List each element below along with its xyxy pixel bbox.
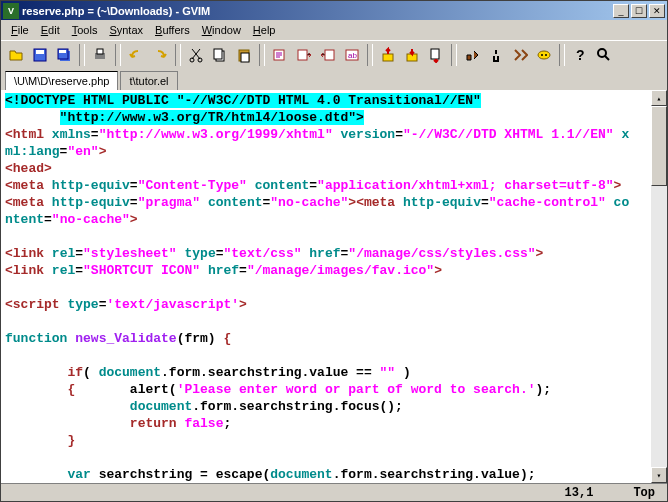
window-title: reserve.php = (~\Downloads) - GVIM — [22, 5, 611, 17]
scroll-track[interactable] — [651, 186, 667, 467]
toolbar-separator — [175, 44, 181, 66]
svg-point-21 — [538, 51, 550, 59]
svg-rect-1 — [36, 50, 44, 54]
svg-rect-20 — [431, 49, 439, 59]
svg-rect-10 — [214, 49, 222, 59]
svg-rect-4 — [59, 50, 66, 53]
saveall-icon[interactable] — [53, 44, 75, 66]
undo-icon[interactable] — [125, 44, 147, 66]
ctags-icon[interactable] — [509, 44, 531, 66]
svg-rect-14 — [298, 50, 307, 60]
titlebar[interactable]: V reserve.php = (~\Downloads) - GVIM _ ☐… — [1, 1, 667, 20]
save-icon[interactable] — [29, 44, 51, 66]
gvim-window: V reserve.php = (~\Downloads) - GVIM _ ☐… — [0, 0, 668, 502]
svg-text:?: ? — [576, 47, 585, 63]
toolbar-separator — [367, 44, 373, 66]
copy-icon[interactable] — [209, 44, 231, 66]
menu-buffers[interactable]: Buffers — [149, 22, 196, 38]
menu-syntax[interactable]: Syntax — [103, 22, 149, 38]
svg-rect-12 — [241, 53, 249, 62]
doctype: <!DOCTYPE HTML PUBLIC — [5, 93, 177, 108]
find-icon[interactable] — [269, 44, 291, 66]
menu-file[interactable]: File — [5, 22, 35, 38]
toolbar-separator — [259, 44, 265, 66]
app-icon: V — [3, 3, 19, 19]
help-icon[interactable]: ? — [569, 44, 591, 66]
tab-active[interactable]: \U\M\D\reserve.php — [5, 71, 118, 90]
menubar: File Edit Tools Syntax Buffers Window He… — [1, 20, 667, 40]
svg-rect-15 — [325, 50, 334, 60]
cursor-position: 13,1 — [565, 486, 594, 500]
menu-window[interactable]: Window — [196, 22, 247, 38]
maximize-button[interactable]: ☐ — [631, 4, 647, 18]
taglist-icon[interactable] — [533, 44, 555, 66]
make-icon[interactable] — [461, 44, 483, 66]
tab-inactive[interactable]: t\tutor.el — [120, 71, 177, 90]
menu-tools[interactable]: Tools — [66, 22, 104, 38]
scroll-down-icon[interactable]: ▾ — [651, 467, 667, 483]
replace-icon[interactable]: ab — [341, 44, 363, 66]
paste-icon[interactable] — [233, 44, 255, 66]
toolbar-separator — [79, 44, 85, 66]
svg-rect-18 — [383, 54, 393, 61]
loadsess-icon[interactable] — [377, 44, 399, 66]
toolbar: ab ? — [1, 40, 667, 68]
print-icon[interactable] — [89, 44, 111, 66]
scroll-thumb[interactable] — [651, 106, 667, 186]
runscript-icon[interactable] — [425, 44, 447, 66]
minimize-button[interactable]: _ — [613, 4, 629, 18]
toolbar-separator — [451, 44, 457, 66]
findhelp-icon[interactable] — [593, 44, 615, 66]
findprev-icon[interactable] — [317, 44, 339, 66]
svg-rect-6 — [97, 49, 103, 54]
vertical-scrollbar[interactable]: ▴ ▾ — [651, 90, 667, 483]
open-icon[interactable] — [5, 44, 27, 66]
toolbar-separator — [559, 44, 565, 66]
toolbar-separator — [115, 44, 121, 66]
menu-help[interactable]: Help — [247, 22, 282, 38]
close-button[interactable]: ✕ — [649, 4, 665, 18]
svg-text:ab: ab — [348, 51, 357, 60]
statusbar: 13,1 Top — [1, 483, 667, 501]
menu-edit[interactable]: Edit — [35, 22, 66, 38]
editor[interactable]: <!DOCTYPE HTML PUBLIC "-//W3C//DTD HTML … — [1, 90, 667, 483]
svg-point-23 — [545, 54, 547, 56]
findnext-icon[interactable] — [293, 44, 315, 66]
scroll-up-icon[interactable]: ▴ — [651, 90, 667, 106]
savesess-icon[interactable] — [401, 44, 423, 66]
svg-point-25 — [598, 49, 606, 57]
cut-icon[interactable] — [185, 44, 207, 66]
redo-icon[interactable] — [149, 44, 171, 66]
shell-icon[interactable] — [485, 44, 507, 66]
svg-point-22 — [541, 54, 543, 56]
tabbar: \U\M\D\reserve.php t\tutor.el — [1, 68, 667, 90]
scroll-location: Top — [633, 486, 655, 500]
